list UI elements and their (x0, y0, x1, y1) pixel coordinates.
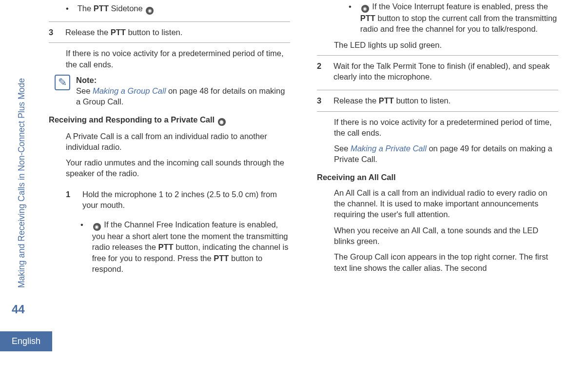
no-activity-para: If there is no voice activity for a pred… (66, 48, 290, 70)
heading-receiving-private-call: Receiving and Responding to a Private Ca… (49, 114, 290, 126)
sub-bullet-channel-free: • ◉ If the Channel Free Indication featu… (80, 219, 290, 274)
page-content: • The PTT Sidetone ◉ 3 Release the PTT b… (49, 1, 578, 278)
display-only-icon: ◉ (218, 118, 226, 126)
step-number: 1 (66, 189, 75, 211)
all-call-p1: An All Call is a call from an individual… (334, 187, 558, 220)
private-call-p2: Your radio unmutes and the incoming call… (66, 157, 290, 179)
no-activity-para: If there is no voice activity for a pred… (334, 117, 558, 139)
step-text: Release the PTT button to listen. (333, 95, 451, 106)
sidebar-chapter-title: Making and Receiving Calls in Non-Connec… (17, 15, 26, 288)
step-3-row: 3 Release the PTT button to listen. (49, 21, 290, 43)
step-number: 3 (49, 27, 58, 38)
step-text: Wait for the Talk Permit Tone to finish … (333, 61, 558, 82)
display-only-icon: ◉ (146, 7, 154, 15)
page-number: 44 (12, 303, 25, 316)
left-column: • The PTT Sidetone ◉ 3 Release the PTT b… (49, 1, 290, 278)
step-text: Hold the microphone 1 to 2 inches (2.5 t… (82, 189, 290, 211)
private-call-p1: A Private Call is a call from an individ… (66, 131, 290, 153)
bullet-dot-icon: • (349, 1, 352, 35)
heading-receiving-all-call: Receiving an All Call (317, 172, 558, 182)
note-icon (55, 75, 70, 90)
step-number: 3 (317, 95, 326, 106)
chapter-title-text: Making and Receiving Calls in Non-Connec… (17, 78, 27, 288)
step-2-row: 2 Wait for the Talk Permit Tone to finis… (317, 55, 558, 87)
led-green-text: The LED lights up solid green. (334, 40, 558, 50)
bullet-dot-icon: • (66, 3, 69, 15)
all-call-p2: When you receive an All Call, a tone sou… (334, 225, 558, 247)
bullet-dot-icon: • (80, 219, 83, 274)
link-making-group-call[interactable]: Making a Group Call (93, 86, 166, 95)
sub-bullet-text: ◉ If the Channel Free Indication feature… (92, 219, 290, 274)
step-3-row: 3 Release the PTT button to listen. (317, 90, 558, 111)
sub-bullet-voice-interrupt: • ◉ If the Voice Interrupt feature is en… (349, 1, 558, 35)
step-text: Release the PTT button to listen. (65, 27, 182, 38)
see-private-call: See Making a Private Call on page 49 for… (334, 143, 558, 165)
note-box: Note: See Making a Group Call on page 48… (55, 75, 290, 107)
bullet-text: The PTT Sidetone ◉ (78, 3, 155, 15)
right-column: • ◉ If the Voice Interrupt feature is en… (317, 1, 558, 278)
bullet-ptt-sidetone: • The PTT Sidetone ◉ (66, 3, 290, 15)
sub-bullet-text: ◉ If the Voice Interrupt feature is enab… (360, 1, 558, 35)
note-label: Note: (76, 76, 97, 84)
step-number: 2 (317, 61, 326, 82)
display-only-icon: ◉ (361, 5, 369, 13)
all-call-p3: The Group Call icon appears in the top r… (334, 251, 558, 273)
link-making-private-call[interactable]: Making a Private Call (351, 144, 427, 153)
display-only-icon: ◉ (93, 223, 101, 231)
note-content: Note: See Making a Group Call on page 48… (76, 75, 290, 107)
language-badge: English (0, 331, 52, 351)
step-1-row: 1 Hold the microphone 1 to 2 inches (2.5… (49, 184, 290, 216)
